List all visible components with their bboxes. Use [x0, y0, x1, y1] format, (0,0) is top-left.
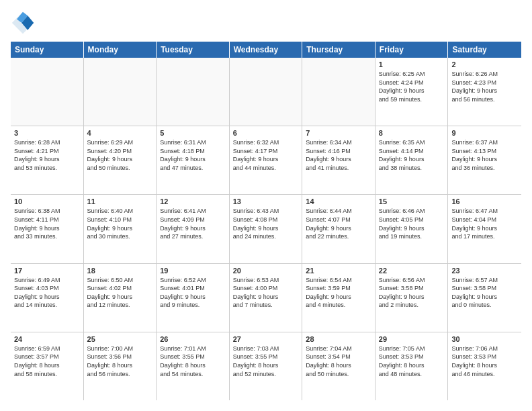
- day-number-18: 18: [87, 267, 153, 275]
- day-cell-empty-0-4: [302, 58, 375, 126]
- day-info-24: Sunrise: 6:59 AMSunset: 3:57 PMDaylight:…: [14, 345, 80, 378]
- day-number-23: 23: [451, 267, 518, 275]
- day-cell-empty-0-2: [157, 58, 230, 126]
- day-cell-10: 10Sunrise: 6:38 AMSunset: 4:11 PMDayligh…: [11, 195, 84, 263]
- day-number-21: 21: [306, 267, 371, 275]
- day-info-20: Sunrise: 6:53 AMSunset: 4:00 PMDaylight:…: [233, 276, 299, 310]
- day-info-6: Sunrise: 6:32 AMSunset: 4:17 PMDaylight:…: [233, 138, 299, 172]
- day-number-14: 14: [306, 197, 371, 205]
- day-cell-25: 25Sunrise: 7:00 AMSunset: 3:56 PMDayligh…: [84, 332, 157, 400]
- day-cell-23: 23Sunrise: 6:57 AMSunset: 3:58 PMDayligh…: [448, 264, 521, 332]
- day-number-15: 15: [379, 197, 445, 205]
- day-info-16: Sunrise: 6:47 AMSunset: 4:04 PMDaylight:…: [451, 207, 518, 240]
- day-info-4: Sunrise: 6:29 AMSunset: 4:20 PMDaylight:…: [87, 138, 153, 172]
- day-info-13: Sunrise: 6:43 AMSunset: 4:08 PMDaylight:…: [233, 207, 299, 240]
- day-info-30: Sunrise: 7:06 AMSunset: 3:53 PMDaylight:…: [451, 345, 518, 378]
- week-row-3: 17Sunrise: 6:49 AMSunset: 4:03 PMDayligh…: [11, 264, 521, 332]
- day-cell-7: 7Sunrise: 6:34 AMSunset: 4:16 PMDaylight…: [302, 126, 375, 194]
- day-cell-13: 13Sunrise: 6:43 AMSunset: 4:08 PMDayligh…: [230, 195, 303, 263]
- day-info-2: Sunrise: 6:26 AMSunset: 4:23 PMDaylight:…: [451, 70, 518, 103]
- day-info-14: Sunrise: 6:44 AMSunset: 4:07 PMDaylight:…: [306, 207, 371, 240]
- day-cell-19: 19Sunrise: 6:52 AMSunset: 4:01 PMDayligh…: [157, 264, 230, 332]
- day-cell-3: 3Sunrise: 6:28 AMSunset: 4:21 PMDaylight…: [11, 126, 84, 194]
- day-cell-empty-0-0: [11, 58, 84, 126]
- day-info-7: Sunrise: 6:34 AMSunset: 4:16 PMDaylight:…: [306, 138, 371, 172]
- day-cell-27: 27Sunrise: 7:03 AMSunset: 3:55 PMDayligh…: [230, 332, 303, 400]
- day-number-4: 4: [87, 129, 153, 137]
- day-number-16: 16: [451, 197, 518, 205]
- day-cell-empty-0-3: [230, 58, 303, 126]
- day-number-27: 27: [233, 335, 299, 343]
- day-cell-4: 4Sunrise: 6:29 AMSunset: 4:20 PMDaylight…: [84, 126, 157, 194]
- day-info-23: Sunrise: 6:57 AMSunset: 3:58 PMDaylight:…: [451, 276, 518, 310]
- header-day-saturday: Saturday: [448, 42, 521, 58]
- header: [11, 11, 521, 35]
- week-row-2: 10Sunrise: 6:38 AMSunset: 4:11 PMDayligh…: [11, 195, 521, 263]
- day-info-12: Sunrise: 6:41 AMSunset: 4:09 PMDaylight:…: [160, 207, 226, 240]
- calendar-body: 1Sunrise: 6:25 AMSunset: 4:24 PMDaylight…: [11, 58, 521, 400]
- day-cell-6: 6Sunrise: 6:32 AMSunset: 4:17 PMDaylight…: [230, 126, 303, 194]
- day-cell-empty-0-1: [84, 58, 157, 126]
- header-day-friday: Friday: [375, 42, 449, 58]
- day-cell-8: 8Sunrise: 6:35 AMSunset: 4:14 PMDaylight…: [375, 126, 449, 194]
- week-row-4: 24Sunrise: 6:59 AMSunset: 3:57 PMDayligh…: [11, 332, 521, 400]
- day-info-10: Sunrise: 6:38 AMSunset: 4:11 PMDaylight:…: [14, 207, 80, 240]
- day-number-1: 1: [379, 60, 445, 68]
- day-info-28: Sunrise: 7:04 AMSunset: 3:54 PMDaylight:…: [306, 345, 371, 378]
- header-day-sunday: Sunday: [11, 42, 84, 58]
- day-number-19: 19: [160, 267, 226, 275]
- day-number-25: 25: [87, 335, 153, 343]
- day-number-12: 12: [160, 197, 226, 205]
- day-cell-9: 9Sunrise: 6:37 AMSunset: 4:13 PMDaylight…: [448, 126, 521, 194]
- day-number-7: 7: [306, 129, 371, 137]
- day-cell-24: 24Sunrise: 6:59 AMSunset: 3:57 PMDayligh…: [11, 332, 84, 400]
- day-cell-5: 5Sunrise: 6:31 AMSunset: 4:18 PMDaylight…: [157, 126, 230, 194]
- week-row-1: 3Sunrise: 6:28 AMSunset: 4:21 PMDaylight…: [11, 126, 521, 195]
- day-number-13: 13: [233, 197, 299, 205]
- day-number-10: 10: [14, 197, 80, 205]
- day-info-15: Sunrise: 6:46 AMSunset: 4:05 PMDaylight:…: [379, 207, 445, 240]
- day-info-8: Sunrise: 6:35 AMSunset: 4:14 PMDaylight:…: [379, 138, 445, 172]
- day-info-11: Sunrise: 6:40 AMSunset: 4:10 PMDaylight:…: [87, 207, 153, 240]
- day-cell-15: 15Sunrise: 6:46 AMSunset: 4:05 PMDayligh…: [375, 195, 449, 263]
- day-number-20: 20: [233, 267, 299, 275]
- page: SundayMondayTuesdayWednesdayThursdayFrid…: [0, 0, 532, 411]
- day-cell-2: 2Sunrise: 6:26 AMSunset: 4:23 PMDaylight…: [448, 58, 521, 126]
- day-cell-28: 28Sunrise: 7:04 AMSunset: 3:54 PMDayligh…: [302, 332, 375, 400]
- logo: [11, 11, 38, 35]
- day-number-2: 2: [451, 60, 518, 68]
- day-number-9: 9: [451, 129, 518, 137]
- day-number-6: 6: [233, 129, 299, 137]
- header-day-monday: Monday: [84, 42, 157, 58]
- day-number-28: 28: [306, 335, 371, 343]
- day-number-3: 3: [14, 129, 80, 137]
- day-info-26: Sunrise: 7:01 AMSunset: 3:55 PMDaylight:…: [160, 345, 226, 378]
- day-info-3: Sunrise: 6:28 AMSunset: 4:21 PMDaylight:…: [14, 138, 80, 172]
- day-cell-26: 26Sunrise: 7:01 AMSunset: 3:55 PMDayligh…: [157, 332, 230, 400]
- day-number-26: 26: [160, 335, 226, 343]
- day-number-11: 11: [87, 197, 153, 205]
- logo-icon: [11, 11, 35, 35]
- day-number-17: 17: [14, 267, 80, 275]
- day-info-27: Sunrise: 7:03 AMSunset: 3:55 PMDaylight:…: [233, 345, 299, 378]
- day-cell-20: 20Sunrise: 6:53 AMSunset: 4:00 PMDayligh…: [230, 264, 303, 332]
- day-info-18: Sunrise: 6:50 AMSunset: 4:02 PMDaylight:…: [87, 276, 153, 310]
- day-cell-21: 21Sunrise: 6:54 AMSunset: 3:59 PMDayligh…: [302, 264, 375, 332]
- day-number-24: 24: [14, 335, 80, 343]
- day-number-30: 30: [451, 335, 518, 343]
- calendar-header: SundayMondayTuesdayWednesdayThursdayFrid…: [11, 42, 521, 58]
- day-cell-1: 1Sunrise: 6:25 AMSunset: 4:24 PMDaylight…: [375, 58, 449, 126]
- day-number-29: 29: [379, 335, 445, 343]
- day-info-17: Sunrise: 6:49 AMSunset: 4:03 PMDaylight:…: [14, 276, 80, 310]
- day-info-9: Sunrise: 6:37 AMSunset: 4:13 PMDaylight:…: [451, 138, 518, 172]
- day-cell-12: 12Sunrise: 6:41 AMSunset: 4:09 PMDayligh…: [157, 195, 230, 263]
- day-cell-30: 30Sunrise: 7:06 AMSunset: 3:53 PMDayligh…: [448, 332, 521, 400]
- day-cell-16: 16Sunrise: 6:47 AMSunset: 4:04 PMDayligh…: [448, 195, 521, 263]
- day-cell-14: 14Sunrise: 6:44 AMSunset: 4:07 PMDayligh…: [302, 195, 375, 263]
- day-info-29: Sunrise: 7:05 AMSunset: 3:53 PMDaylight:…: [379, 345, 445, 378]
- day-cell-11: 11Sunrise: 6:40 AMSunset: 4:10 PMDayligh…: [84, 195, 157, 263]
- header-day-tuesday: Tuesday: [157, 42, 230, 58]
- day-cell-17: 17Sunrise: 6:49 AMSunset: 4:03 PMDayligh…: [11, 264, 84, 332]
- day-info-5: Sunrise: 6:31 AMSunset: 4:18 PMDaylight:…: [160, 138, 226, 172]
- day-number-5: 5: [160, 129, 226, 137]
